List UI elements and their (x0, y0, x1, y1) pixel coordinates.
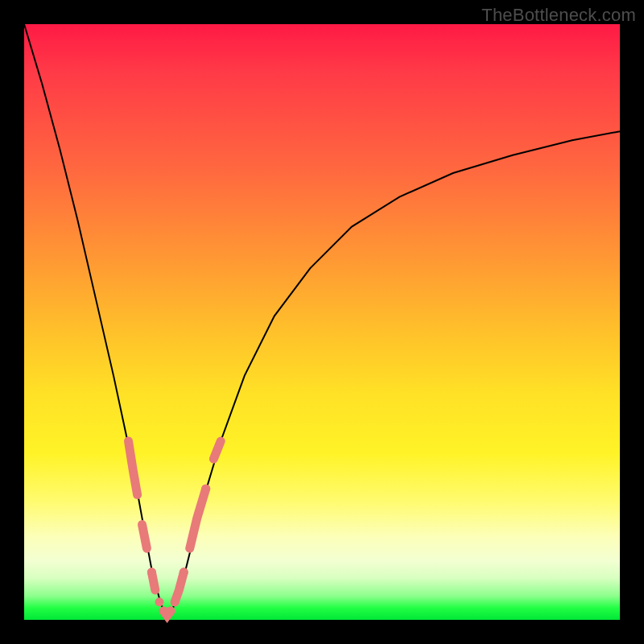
plot-area (24, 24, 620, 620)
chart-container: TheBottleneck.com (0, 0, 644, 644)
accent-segment (151, 572, 155, 590)
watermark-text: TheBottleneck.com (481, 5, 636, 26)
curve-svg (24, 24, 620, 620)
accent-dot (201, 485, 210, 493)
accent-segment (213, 441, 221, 459)
accent-markers-group (129, 441, 221, 616)
accent-segment (129, 441, 138, 495)
accent-dot (167, 606, 175, 615)
bottleneck-curve (24, 24, 620, 617)
accent-segment (142, 525, 147, 549)
accent-segment (190, 489, 206, 548)
accent-dot (155, 597, 164, 606)
accent-dot (180, 568, 188, 576)
accent-segment (175, 572, 184, 602)
